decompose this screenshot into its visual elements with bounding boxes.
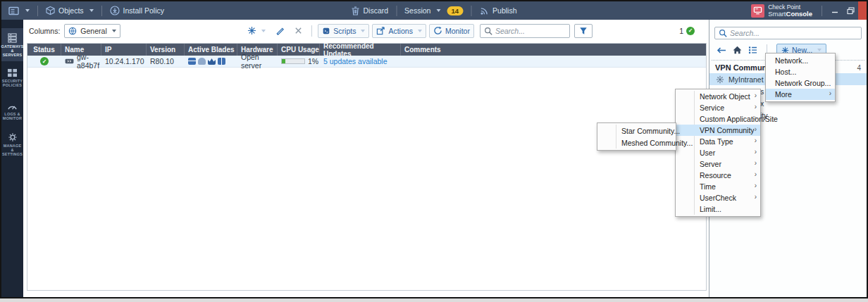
objects-caret-icon [89, 9, 94, 12]
objects-label: Objects [58, 6, 84, 15]
cpu-usage-bar [281, 58, 305, 64]
objects-menu-button[interactable]: Objects [43, 6, 97, 15]
columns-dropdown[interactable]: General [64, 24, 120, 38]
scripts-button[interactable]: Scripts [318, 24, 369, 38]
panel-search-input[interactable] [730, 29, 857, 37]
menu-item-label: Service [700, 103, 724, 112]
blade-icon-1 [188, 58, 196, 65]
discard-button[interactable]: Discard [349, 6, 392, 15]
sidebar-item-logs-monitor[interactable]: LOGS &MONITOR [1, 94, 23, 127]
menu-item-host[interactable]: Host... [766, 66, 835, 77]
sidebar-label-line2: & SERVERS [3, 49, 23, 57]
publish-label: Publish [492, 6, 516, 15]
menu-item-meshed-community[interactable]: Meshed Community... [597, 137, 676, 149]
menu-item-vpn-community[interactable]: VPN Community› [676, 125, 760, 136]
columns-dropdown-value: General [80, 27, 106, 35]
menu-item-label: UserCheck [700, 194, 736, 202]
submenu-arrow-icon: › [755, 114, 757, 122]
sidebar-item-manage-settings[interactable]: MANAGE &SETTINGS [1, 127, 23, 161]
publish-button[interactable]: Publish [476, 6, 519, 15]
sidebar-item-gateways-servers[interactable]: GATEWAYS& SERVERS [1, 28, 23, 61]
back-button[interactable] [717, 46, 726, 54]
more-submenu: Network Object› Service› Custom Applicat… [675, 89, 761, 217]
table-row[interactable]: ✓ gw-a84b7f 10.24.1.170 R80.10 [27, 56, 706, 68]
sidebar-item-security-policies[interactable]: SECURITYPOLICIES [1, 61, 23, 94]
top-bar: Objects Install Policy Discard Session [1, 1, 867, 20]
session-menu-button[interactable]: Session 14 [402, 6, 466, 15]
count-ok-icon: ✓ [686, 27, 695, 35]
main-toolbar: Columns: General [23, 20, 709, 42]
actions-label: Actions [388, 27, 412, 35]
column-header-version[interactable]: Version [147, 44, 185, 56]
menu-item-label: More [775, 90, 792, 99]
new-object-caret-icon [261, 30, 266, 32]
menu-item-label: VPN Community [700, 126, 755, 134]
object-count: 1 ✓ [679, 27, 695, 35]
menu-item-label: Custom Application/Site [700, 115, 778, 123]
globe-icon [68, 27, 77, 35]
object-count-value: 1 [679, 27, 683, 35]
menu-item-time[interactable]: Time› [676, 181, 760, 192]
discard-label: Discard [364, 6, 389, 15]
filter-button[interactable] [574, 24, 593, 38]
panel-search [714, 27, 862, 39]
row-hardware: Open server [241, 53, 278, 70]
edit-button[interactable] [272, 24, 288, 38]
gear-icon [8, 132, 18, 142]
divider [311, 25, 312, 37]
menu-item-resource[interactable]: Resource› [676, 170, 760, 181]
menu-item-service[interactable]: Service› [676, 102, 760, 113]
menu-item-star-community[interactable]: Star Community... [597, 125, 676, 137]
brand-line2a: Smart [768, 10, 786, 18]
submenu-arrow-icon: › [755, 137, 757, 144]
active-blades-icons [188, 58, 225, 65]
scripts-label: Scripts [333, 27, 356, 35]
brand-text: Check Point SmartConsole [768, 4, 812, 18]
menu-item-label: Data Type [700, 137, 733, 146]
main-search-input[interactable] [495, 27, 566, 35]
app-menu-button[interactable] [6, 6, 32, 15]
column-header-cpu-usage[interactable]: CPU Usage [278, 44, 320, 56]
close-button[interactable] [858, 1, 867, 20]
column-header-comments[interactable]: Comments [401, 44, 706, 56]
menu-item-network[interactable]: Network... [766, 55, 835, 66]
sidebar-label-line2: POLICIES [3, 83, 22, 87]
submenu-arrow-icon: › [755, 159, 757, 167]
list-view-button[interactable] [748, 46, 757, 54]
menu-item-server[interactable]: Server› [676, 158, 760, 170]
actions-button[interactable]: Actions [372, 24, 426, 38]
menu-item-usercheck[interactable]: UserCheck› [676, 192, 760, 203]
menu-item-more[interactable]: More › [766, 89, 835, 100]
menu-item-limit[interactable]: Limit... [676, 203, 760, 215]
install-policy-button[interactable]: Install Policy [107, 6, 167, 15]
column-header-recommended-updates[interactable]: Recommended Updates [320, 44, 401, 56]
objects-cube-icon [46, 6, 55, 15]
menu-item-network-object[interactable]: Network Object› [676, 91, 760, 102]
menu-item-network-group[interactable]: Network Group... [766, 77, 835, 89]
vpn-community-icon [716, 75, 724, 84]
install-policy-icon [110, 6, 120, 15]
menu-item-user[interactable]: User› [676, 147, 760, 158]
updates-link[interactable]: 5 updates available [323, 57, 388, 65]
row-cpu: 1% [308, 57, 318, 65]
row-ip: 10.24.1.170 [105, 57, 144, 65]
menu-item-label: Resource [700, 171, 731, 180]
monitor-button[interactable]: Monitor [429, 24, 474, 38]
column-header-active-blades[interactable]: Active Blades [185, 44, 237, 56]
column-header-status[interactable]: Status [27, 44, 61, 56]
delete-button[interactable] [291, 24, 306, 38]
column-header-ip[interactable]: IP [101, 44, 147, 56]
menu-item-custom-application-site[interactable]: Custom Application/Site› [676, 113, 760, 125]
brand-line2b: Console [786, 10, 812, 18]
restore-button[interactable] [843, 1, 858, 20]
submenu-arrow-icon: › [829, 89, 831, 97]
vpn-communities-count: 4 [857, 64, 861, 72]
new-object-button[interactable] [244, 24, 269, 38]
divider [37, 6, 38, 16]
home-button[interactable] [733, 46, 742, 54]
row-name: gw-a84b7f [77, 53, 101, 70]
menu-item-label: Server [700, 160, 721, 168]
minimize-button[interactable] [827, 1, 843, 20]
session-label: Session [404, 6, 430, 15]
submenu-arrow-icon: › [755, 182, 757, 189]
